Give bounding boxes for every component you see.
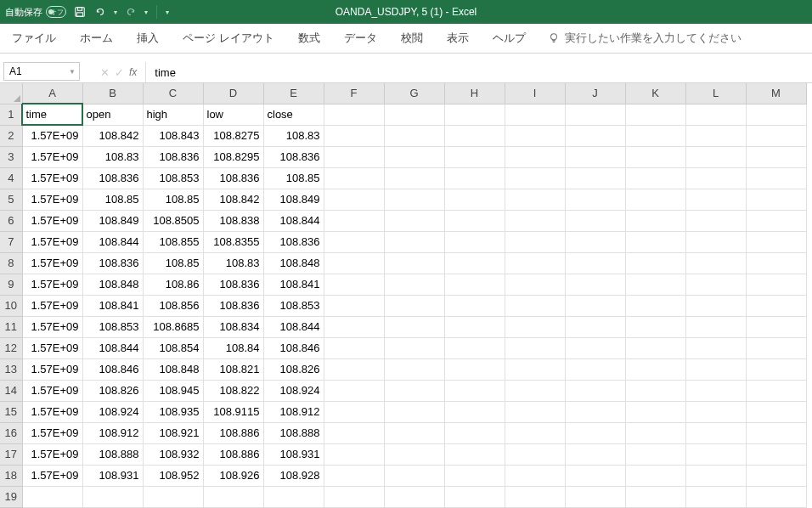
cell[interactable] — [505, 337, 565, 358]
tab-file[interactable]: ファイル — [0, 24, 68, 53]
cell[interactable]: 108.85 — [263, 167, 324, 189]
cell[interactable] — [384, 146, 444, 167]
cell[interactable] — [685, 210, 746, 231]
tab-page-layout[interactable]: ページ レイアウト — [171, 24, 286, 53]
cell[interactable]: close — [263, 104, 324, 125]
cell[interactable]: 108.842 — [203, 189, 263, 210]
cell[interactable]: 108.83 — [203, 252, 263, 274]
cell[interactable]: 108.84 — [203, 337, 263, 358]
cell[interactable] — [746, 486, 806, 507]
cell[interactable]: 108.912 — [263, 401, 324, 422]
formula-input[interactable]: time — [146, 62, 812, 82]
cell[interactable] — [505, 252, 565, 274]
cell[interactable] — [505, 358, 565, 380]
cell[interactable]: 108.836 — [82, 252, 143, 274]
cell[interactable] — [625, 231, 685, 252]
cell[interactable] — [746, 337, 806, 358]
cell[interactable] — [685, 401, 746, 422]
row-header[interactable]: 14 — [0, 380, 22, 401]
cell[interactable]: 108.853 — [82, 316, 143, 337]
cell[interactable] — [625, 443, 685, 465]
cell[interactable] — [685, 465, 746, 486]
tab-formulas[interactable]: 数式 — [286, 24, 332, 53]
tab-data[interactable]: データ — [332, 24, 389, 53]
cell[interactable] — [565, 422, 625, 443]
cell[interactable] — [505, 380, 565, 401]
cell[interactable] — [625, 465, 685, 486]
column-header[interactable]: B — [82, 83, 143, 104]
name-box[interactable]: A1 ▼ — [3, 62, 80, 81]
cell[interactable]: 108.848 — [263, 252, 324, 274]
cell[interactable] — [505, 189, 565, 210]
cell[interactable] — [746, 274, 806, 295]
redo-dropdown-icon[interactable]: ▾ — [144, 8, 148, 16]
cell[interactable] — [625, 167, 685, 189]
cell[interactable]: 108.888 — [82, 443, 143, 465]
fx-icon[interactable]: fx — [129, 66, 137, 78]
cell[interactable]: 108.924 — [263, 380, 324, 401]
cell[interactable] — [685, 337, 746, 358]
cell[interactable] — [384, 104, 444, 125]
cell[interactable] — [565, 167, 625, 189]
cell[interactable] — [505, 422, 565, 443]
cell[interactable] — [565, 486, 625, 507]
column-header[interactable]: H — [444, 83, 505, 104]
cell[interactable] — [565, 231, 625, 252]
cell[interactable] — [444, 104, 505, 125]
tab-home[interactable]: ホーム — [68, 24, 125, 53]
cell[interactable] — [505, 465, 565, 486]
cell[interactable] — [324, 295, 384, 316]
tab-view[interactable]: 表示 — [435, 24, 481, 53]
cell[interactable] — [324, 443, 384, 465]
tab-insert[interactable]: 挿入 — [125, 24, 171, 53]
cell[interactable]: 108.8505 — [143, 210, 203, 231]
cell[interactable]: 108.848 — [143, 358, 203, 380]
cell[interactable]: 1.57E+09 — [22, 358, 82, 380]
cell[interactable] — [263, 486, 324, 507]
cell[interactable] — [685, 104, 746, 125]
row-header[interactable]: 7 — [0, 231, 22, 252]
cell[interactable] — [625, 380, 685, 401]
column-header[interactable]: E — [263, 83, 324, 104]
cell[interactable] — [685, 274, 746, 295]
row-header[interactable]: 5 — [0, 189, 22, 210]
row-header[interactable]: 17 — [0, 443, 22, 465]
cell[interactable]: 108.85 — [143, 252, 203, 274]
cell[interactable] — [746, 380, 806, 401]
cell[interactable] — [685, 146, 746, 167]
qat-customize-icon[interactable]: ▾ — [166, 8, 169, 16]
tell-me-search[interactable]: 実行したい作業を入力してください — [538, 24, 752, 53]
cell[interactable]: 1.57E+09 — [22, 443, 82, 465]
cell[interactable]: 108.838 — [203, 210, 263, 231]
cell[interactable]: 108.846 — [263, 337, 324, 358]
cell[interactable] — [565, 189, 625, 210]
cell[interactable] — [685, 443, 746, 465]
row-header[interactable]: 1 — [0, 104, 22, 125]
cell[interactable]: 108.826 — [82, 380, 143, 401]
row-header[interactable]: 8 — [0, 252, 22, 274]
cell[interactable]: 108.86 — [143, 274, 203, 295]
cell[interactable] — [324, 104, 384, 125]
cell[interactable] — [444, 146, 505, 167]
cell[interactable] — [625, 486, 685, 507]
cell[interactable]: open — [82, 104, 143, 125]
cell[interactable]: 108.924 — [82, 401, 143, 422]
cell[interactable] — [685, 295, 746, 316]
cell[interactable] — [384, 337, 444, 358]
cell[interactable]: 108.846 — [82, 358, 143, 380]
cell[interactable] — [444, 167, 505, 189]
cell[interactable]: 108.921 — [143, 422, 203, 443]
cell[interactable] — [505, 231, 565, 252]
cell[interactable] — [746, 443, 806, 465]
spreadsheet-grid[interactable]: ABCDEFGHIJKLM1timeopenhighlowclose21.57E… — [0, 83, 812, 508]
cell[interactable] — [324, 422, 384, 443]
cell[interactable]: 108.931 — [263, 443, 324, 465]
cell[interactable] — [685, 167, 746, 189]
cell[interactable]: 108.932 — [143, 443, 203, 465]
cell[interactable]: 108.836 — [203, 295, 263, 316]
cell[interactable] — [565, 358, 625, 380]
cell[interactable] — [444, 337, 505, 358]
cell[interactable]: time — [22, 104, 82, 125]
row-header[interactable]: 9 — [0, 274, 22, 295]
cell[interactable]: 108.844 — [263, 210, 324, 231]
